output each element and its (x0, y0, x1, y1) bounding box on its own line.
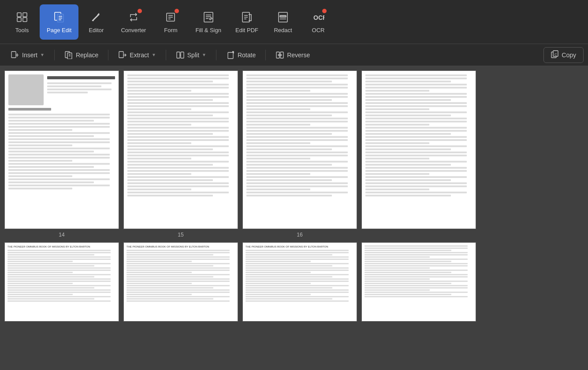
tool-form-label: Form (164, 27, 177, 33)
tool-page-edit-label: Page Edit (47, 27, 71, 33)
insert-icon (11, 51, 19, 59)
divider-4 (216, 50, 216, 60)
tool-fill-sign[interactable]: Fill & Sign (188, 4, 228, 40)
edit-pdf-icon (240, 10, 254, 24)
page-thumb-20[interactable]: THE PIONEER OMNIBUS BOOK OF MISSIONS BY … (242, 242, 357, 324)
copy-icon: C (551, 50, 559, 59)
page-thumb-21[interactable] (361, 242, 476, 324)
tool-converter[interactable]: Converter (114, 4, 153, 40)
copy-button[interactable]: C Copy (543, 47, 584, 63)
ocr-icon-container: OCR (311, 10, 325, 24)
split-label: Split (187, 52, 199, 59)
reverse-button[interactable]: Reverse (269, 47, 316, 63)
divider-5 (265, 50, 266, 60)
page-row-1: 14 (4, 70, 584, 238)
insert-label: Insert (22, 52, 37, 59)
main-content: 14 (0, 66, 588, 370)
reverse-label: Reverse (287, 52, 310, 59)
svg-rect-24 (280, 15, 286, 17)
svg-rect-2 (17, 18, 21, 22)
converter-badge (138, 9, 142, 13)
svg-rect-34 (119, 52, 123, 58)
replace-label: Replace (76, 52, 98, 59)
extract-label: Extract (130, 52, 149, 59)
form-badge (175, 9, 179, 13)
rotate-label: Rotate (238, 52, 256, 59)
svg-rect-38 (228, 52, 233, 59)
svg-rect-35 (177, 52, 180, 58)
ocr-badge (322, 9, 327, 13)
page-edit-icon (52, 10, 66, 24)
page-thumb-15[interactable]: 15 (123, 70, 238, 238)
pages-container: 14 (0, 66, 588, 370)
page-thumb-14[interactable]: 14 (4, 70, 119, 238)
split-chevron: ▼ (202, 52, 206, 57)
form-icon-container (164, 10, 178, 24)
divider-1 (54, 50, 55, 60)
split-button[interactable]: Split ▼ (170, 47, 212, 63)
tool-fill-sign-label: Fill & Sign (195, 27, 221, 33)
svg-text:C: C (555, 52, 557, 56)
svg-rect-0 (17, 13, 21, 17)
tool-page-edit[interactable]: Page Edit (40, 4, 78, 40)
tool-redact-label: Redact (274, 27, 292, 33)
divider-2 (108, 50, 108, 60)
insert-button[interactable]: Insert ▼ (4, 47, 51, 63)
svg-rect-15 (204, 12, 213, 22)
page-thumb-19[interactable]: THE PIONEER OMNIBUS BOOK OF MISSIONS BY … (123, 242, 238, 324)
tool-form[interactable]: Form (153, 4, 188, 40)
extract-icon (118, 51, 127, 59)
tool-tools-label: Tools (15, 27, 29, 33)
split-icon (176, 51, 185, 59)
page-thumb-18[interactable]: THE PIONEER OMNIBUS BOOK OF MISSIONS BY … (4, 242, 119, 324)
rotate-button[interactable]: Rotate (220, 47, 262, 63)
tool-edit-pdf[interactable]: Edit PDF (228, 4, 265, 40)
tools-icon (15, 10, 29, 24)
tool-converter-label: Converter (121, 27, 146, 33)
rotate-icon (226, 51, 235, 59)
tool-editor-label: Editor (89, 27, 104, 33)
page-num-14: 14 (59, 232, 64, 238)
fill-sign-icon (201, 10, 216, 24)
extract-chevron: ▼ (152, 52, 156, 57)
svg-rect-27 (11, 52, 16, 58)
tool-editor[interactable]: Editor (78, 4, 114, 40)
svg-text:OCR: OCR (313, 14, 324, 21)
tool-redact[interactable]: Redact (265, 4, 301, 40)
top-toolbar: Tools Page Edit Editor (0, 0, 588, 44)
svg-rect-3 (23, 18, 27, 22)
insert-chevron: ▼ (40, 52, 45, 57)
reverse-icon (275, 51, 284, 59)
editor-icon (89, 10, 103, 24)
tool-ocr-label: OCR (312, 27, 325, 33)
svg-rect-1 (23, 13, 27, 17)
extract-button[interactable]: Extract ▼ (112, 47, 162, 63)
replace-button[interactable]: Replace (58, 47, 104, 63)
redact-icon (276, 10, 290, 24)
page-num-15: 15 (178, 232, 183, 238)
page-thumb-17[interactable] (361, 70, 476, 238)
page-thumb-16[interactable]: 16 (242, 70, 357, 238)
divider-3 (166, 50, 166, 60)
replace-icon (64, 51, 73, 59)
tool-edit-pdf-label: Edit PDF (235, 27, 258, 33)
converter-icon-container (127, 10, 141, 24)
page-row-2: THE PIONEER OMNIBUS BOOK OF MISSIONS BY … (4, 242, 584, 324)
page-num-16: 16 (297, 232, 302, 238)
svg-rect-36 (181, 52, 184, 58)
tool-tools[interactable]: Tools (4, 4, 40, 40)
copy-label: Copy (562, 52, 576, 59)
actions-toolbar: Insert ▼ Replace Extract ▼ (0, 44, 588, 66)
tool-ocr[interactable]: OCR OCR (301, 4, 336, 40)
